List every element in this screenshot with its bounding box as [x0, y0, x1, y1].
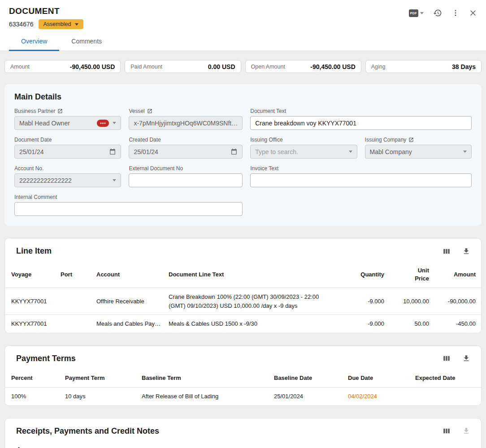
created-date-value: 25/01/24	[134, 148, 227, 155]
field-external-document-no: External Document No	[129, 165, 243, 187]
field-document-text: Document Text	[250, 108, 472, 130]
external-document-no-field-wrapper	[129, 173, 243, 187]
created-date-field: 25/01/24	[129, 145, 243, 159]
field-issuing-company: Issuing Company Mabl Company	[365, 137, 472, 159]
col-account: Account	[96, 271, 169, 279]
col-unit-price: Unit Price	[384, 267, 429, 282]
summary-label: Aging	[371, 64, 386, 70]
tab-overview[interactable]: Overview	[9, 32, 59, 51]
vessel-value: x-7pMnHjyjimtxgHOq6WC0M9SNft…	[134, 120, 238, 127]
external-link-icon[interactable]	[408, 137, 414, 142]
summary-value: 38 Days	[452, 63, 476, 70]
document-date-field: 25/01/24	[14, 145, 121, 159]
document-date-value: 25/01/24	[19, 148, 105, 155]
chevron-down-icon	[463, 151, 467, 153]
line-item-section: Line Item Voyage Port Account Document L…	[4, 238, 482, 333]
field-invoice-text: Invoice Text	[250, 165, 472, 187]
col-payment-term: Payment Term	[65, 374, 142, 382]
close-icon	[469, 9, 477, 17]
close-button[interactable]	[469, 9, 477, 17]
cell-payment-term: 10 days	[65, 392, 142, 401]
internal-comment-input[interactable]	[19, 206, 238, 213]
field-business-partner: Business Partner Mabl Head Owner	[14, 108, 121, 130]
issuing-office-select: Type to search.	[250, 145, 357, 159]
header-action-bar: PDF	[409, 9, 477, 17]
cell-account: Meals and Cables Pay…	[96, 319, 169, 328]
field-label-text: External Document No	[129, 165, 183, 172]
cell-document-line-text: Meals & Cables USD 1500 x -9/30	[169, 319, 347, 328]
summary-card-amount: Amount -90,450.00 USD	[4, 60, 121, 73]
cell-unit-price: 50.00	[384, 319, 429, 328]
cell-account: Offhire Receivable	[96, 297, 169, 306]
field-label-text: Account No.	[14, 165, 43, 172]
download-button[interactable]	[462, 354, 470, 362]
cell-amount: -450.00	[429, 319, 476, 328]
summary-value: -90,450.00 USD	[310, 63, 355, 70]
columns-icon	[443, 354, 451, 362]
column-settings-button[interactable]	[443, 247, 451, 255]
document-number: 6334676	[9, 21, 34, 28]
issuing-company-select: Mabl Company	[365, 145, 472, 159]
cell-voyage: KKYYX77001	[11, 319, 61, 328]
cell-baseline-date: 25/01/2024	[274, 392, 348, 401]
payment-terms-table-header: Percent Payment Term Baseline Term Basel…	[5, 369, 481, 388]
col-voyage: Voyage	[11, 271, 61, 279]
status-badge[interactable]: Assembled	[39, 19, 84, 29]
chevron-down-icon	[113, 179, 116, 181]
external-document-no-input[interactable]	[134, 177, 238, 184]
cell-due-date: 04/02/2024	[348, 392, 415, 401]
field-created-date: Created Date 25/01/24	[129, 137, 243, 159]
field-account-no: Account No. 222222222222222	[14, 165, 121, 187]
page-title: DOCUMENT	[9, 6, 83, 16]
column-settings-button[interactable]	[443, 427, 451, 435]
field-label-text: Document Text	[250, 108, 286, 114]
external-link-icon[interactable]	[57, 108, 63, 114]
calendar-icon	[109, 148, 116, 155]
col-amount: Amount	[429, 271, 476, 279]
receipts-section: Receipts, Payments and Credit Notes Docu…	[4, 418, 482, 448]
download-button[interactable]	[462, 247, 470, 255]
field-label-text: Issuing Office	[250, 137, 282, 143]
account-no-value: 222222222222222	[19, 177, 109, 184]
kebab-menu-icon	[451, 9, 460, 17]
col-document-line-text: Document Line Text	[169, 271, 347, 279]
export-pdf-button[interactable]: PDF	[409, 9, 424, 17]
cell-document-line-text: Crane Breakdown 100% (22:00 (GMT) 30/09/…	[169, 293, 347, 310]
history-icon	[433, 9, 442, 17]
cell-percent: 100%	[11, 392, 65, 401]
main-details-section: Main Details Business Partner Mabl Head …	[4, 84, 482, 226]
summary-label: Amount	[10, 64, 30, 70]
calendar-icon	[230, 148, 238, 155]
download-button	[462, 427, 470, 435]
receipts-title: Receipts, Payments and Credit Notes	[11, 426, 159, 436]
account-no-select: 222222222222222	[14, 173, 121, 187]
more-options-button[interactable]	[451, 9, 460, 17]
summary-value: 0.00 USD	[208, 63, 235, 70]
download-icon	[462, 354, 470, 362]
tab-comments[interactable]: Comments	[59, 32, 114, 51]
payment-terms-title: Payment Terms	[11, 354, 76, 363]
summary-cards: Amount -90,450.00 USD Paid Amount 0.00 U…	[4, 60, 482, 73]
status-badge-label: Assembled	[43, 21, 71, 27]
invoice-text-field-wrapper	[250, 173, 472, 187]
summary-label: Open Amount	[251, 64, 285, 70]
field-document-date: Document Date 25/01/24	[14, 137, 121, 159]
summary-label: Paid Amount	[130, 64, 162, 70]
table-row[interactable]: KKYYX77001 Meals and Cables Pay… Meals &…	[5, 315, 481, 333]
cell-quantity: -9.000	[347, 297, 384, 306]
summary-card-aging: Aging 38 Days	[365, 60, 482, 73]
table-row[interactable]: 100% 10 days After Release of Bill of La…	[5, 388, 481, 405]
column-settings-button[interactable]	[443, 354, 451, 362]
summary-card-open-amount: Open Amount -90,450.00 USD	[245, 60, 361, 73]
cell-quantity: -9.000	[347, 319, 384, 328]
history-button[interactable]	[433, 9, 442, 17]
external-link-icon[interactable]	[147, 108, 152, 114]
invoice-text-input[interactable]	[255, 177, 467, 184]
document-text-input[interactable]	[255, 120, 467, 127]
tab-bar: Overview Comments	[9, 32, 477, 51]
field-label-text: Invoice Text	[250, 165, 278, 172]
chevron-down-icon	[420, 12, 424, 14]
col-port: Port	[61, 271, 96, 279]
col-due-date: Due Date	[348, 374, 415, 382]
table-row[interactable]: KKYYX77001 Offhire Receivable Crane Brea…	[5, 288, 481, 315]
